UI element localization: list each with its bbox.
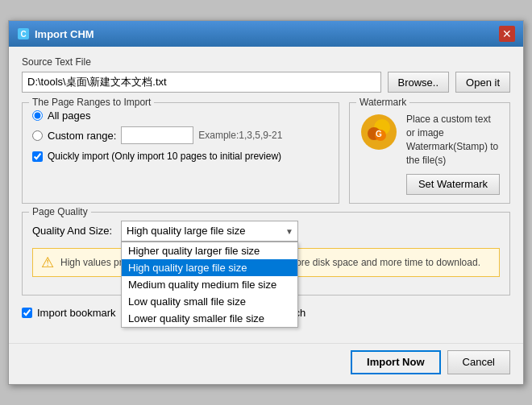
quick-import-row: Quickly import (Only import 10 pages to … bbox=[32, 151, 329, 162]
source-label: Source Text File bbox=[22, 56, 510, 68]
page-ranges-title: The Page Ranges to Import bbox=[29, 97, 154, 108]
main-window: C Import CHM ✕ Source Text File Browse..… bbox=[8, 20, 524, 384]
page-quality-section: Page Quality Quality And Size: Higher qu… bbox=[22, 212, 510, 295]
warning-icon: ⚠ bbox=[41, 254, 54, 271]
watermark-logo-icon: G bbox=[360, 113, 398, 151]
footer: Import Now Cancel bbox=[9, 343, 523, 384]
watermark-desc-text: Place a custom text or image Watermark(S… bbox=[406, 113, 500, 167]
import-now-button[interactable]: Import Now bbox=[351, 350, 441, 374]
import-bookmark-item: Import bookmark bbox=[22, 307, 116, 319]
all-pages-label: All pages bbox=[48, 110, 90, 122]
set-watermark-button[interactable]: Set Watermark bbox=[406, 174, 500, 195]
dropdown-item-3[interactable]: Low quality small file size bbox=[122, 293, 297, 310]
import-bookmark-checkbox[interactable] bbox=[22, 308, 32, 318]
dropdown-item-2[interactable]: Medium quality medium file size bbox=[122, 276, 297, 293]
window-title: Import CHM bbox=[35, 28, 94, 40]
watermark-group: Watermark G Place a custom text or image… bbox=[349, 102, 510, 203]
content-area: Source Text File Browse.. Open it The Pa… bbox=[9, 47, 523, 342]
all-pages-row: All pages bbox=[32, 110, 329, 122]
quick-import-checkbox[interactable] bbox=[32, 151, 43, 162]
watermark-title: Watermark bbox=[356, 97, 409, 108]
source-file-row: Browse.. Open it bbox=[22, 72, 510, 93]
open-button[interactable]: Open it bbox=[455, 72, 510, 93]
custom-range-radio[interactable] bbox=[32, 130, 43, 141]
watermark-description: Place a custom text or image Watermark(S… bbox=[406, 113, 500, 194]
close-button[interactable]: ✕ bbox=[499, 26, 515, 42]
custom-range-input[interactable] bbox=[121, 126, 193, 144]
quality-select[interactable]: Higher quality larger file size High qua… bbox=[121, 221, 298, 242]
dropdown-item-1[interactable]: High quality large file size bbox=[122, 259, 297, 276]
dropdown-open: Higher quality larger file size High qua… bbox=[121, 242, 298, 328]
custom-range-label: Custom range: bbox=[48, 130, 116, 142]
title-bar-left: C Import CHM bbox=[17, 27, 94, 40]
dropdown-item-0[interactable]: Higher quality larger file size bbox=[122, 242, 297, 259]
title-bar: C Import CHM ✕ bbox=[9, 21, 523, 47]
app-icon: C bbox=[17, 27, 30, 40]
quality-and-size-label: Quality And Size: bbox=[32, 225, 113, 237]
svg-text:C: C bbox=[20, 30, 26, 39]
quality-title: Page Quality bbox=[29, 206, 91, 217]
watermark-content: G Place a custom text or image Watermark… bbox=[360, 110, 500, 194]
quality-row: Quality And Size: Higher quality larger … bbox=[32, 221, 500, 242]
import-bookmark-label: Import bookmark bbox=[37, 307, 116, 319]
svg-text:G: G bbox=[376, 130, 382, 138]
dropdown-item-4[interactable]: Lower quality smaller file size bbox=[122, 310, 297, 327]
all-pages-radio[interactable] bbox=[32, 110, 43, 121]
quality-select-wrapper: Higher quality larger file size High qua… bbox=[121, 221, 298, 242]
example-text: Example:1,3,5,9-21 bbox=[198, 130, 282, 141]
cancel-button[interactable]: Cancel bbox=[447, 350, 510, 374]
custom-range-row: Custom range: Example:1,3,5,9-21 bbox=[32, 126, 329, 144]
quick-import-label: Quickly import (Only import 10 pages to … bbox=[48, 151, 281, 162]
page-ranges-group: The Page Ranges to Import All pages Cust… bbox=[22, 102, 339, 203]
two-col-section: The Page Ranges to Import All pages Cust… bbox=[22, 102, 510, 203]
browse-button[interactable]: Browse.. bbox=[388, 72, 450, 93]
source-file-input[interactable] bbox=[22, 72, 381, 93]
